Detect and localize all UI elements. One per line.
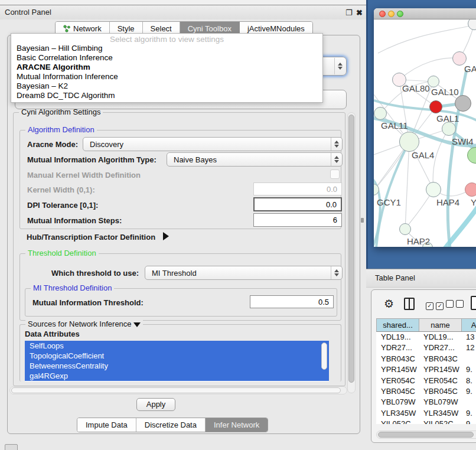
network-node[interactable] — [399, 132, 419, 152]
node-label: HAP4 — [436, 197, 459, 207]
mi-algorithm-type-combobox[interactable]: Naive Bayes — [167, 152, 343, 167]
table-row[interactable]: YER054CYER054C8. — [376, 376, 476, 386]
table-horizontal-scrollbar[interactable] — [376, 431, 476, 439]
attribute-item[interactable]: BetweennessCentrality — [25, 361, 329, 371]
data-attributes-list[interactable]: SelfLoops TopologicalCoefficient Between… — [25, 341, 329, 381]
manual-kernel-width-checkbox[interactable] — [330, 169, 340, 179]
deselect-all-checkboxes-icon[interactable] — [446, 299, 464, 310]
float-window-icon[interactable]: ❐ — [345, 8, 353, 17]
aracne-mode-label: Aracne Mode: — [27, 140, 78, 149]
gear-icon[interactable]: ⚙ — [384, 297, 394, 311]
dpi-tolerance-field[interactable]: 0.0 — [253, 197, 342, 211]
aracne-mode-combobox[interactable]: Discovery — [83, 137, 343, 151]
mi-algorithm-type-label: Mutual Information Algorithm Type: — [27, 155, 157, 164]
which-threshold-value: MI Threshold — [145, 269, 331, 278]
node-label: GAL — [464, 64, 476, 74]
algorithm-dropdown-popup: Select algorithm to view settings Bayesi… — [11, 33, 323, 103]
tab-infer-network[interactable]: Infer Network — [206, 418, 268, 432]
tab-impute-data-label: Impute Data — [86, 420, 128, 429]
combo-stepper-icon — [331, 266, 342, 279]
column-header-shared-name[interactable]: shared... — [377, 319, 419, 331]
node-label: GAL4 — [412, 150, 434, 160]
network-node[interactable] — [399, 223, 411, 235]
tab-discretize-data-label: Discretize Data — [145, 420, 197, 429]
dropdown-item[interactable]: Bayesian – Hill Climbing — [11, 44, 322, 53]
cyni-algorithm-settings-group: Cyni Algorithm Settings Algorithm Defini… — [13, 112, 345, 386]
mi-threshold-definition-group: MI Threshold Definition Mutual Informati… — [25, 288, 337, 317]
hub-definition-label[interactable]: Hub/Transcription Factor Definition — [27, 233, 155, 242]
attribute-item[interactable]: TopologicalCoefficient — [25, 351, 329, 361]
mi-algorithm-type-value: Naive Bayes — [167, 155, 331, 164]
dropdown-item[interactable]: Basic Correlation Inference — [11, 53, 322, 63]
panel-divider-handle[interactable] — [361, 218, 364, 223]
table-panel-title: Table Panel — [375, 273, 415, 282]
dropdown-item[interactable]: Dream8 DC_TDC Algorithm — [11, 91, 322, 100]
settings-horizontal-scrollbar[interactable] — [9, 386, 347, 394]
table-row[interactable]: YBR045CYBR045C9. — [376, 386, 476, 397]
apply-button[interactable]: Apply — [136, 398, 175, 411]
kernel-width-label: Kernel Width (0,1): — [27, 185, 95, 194]
tab-cyni-toolbox-label: Cyni Toolbox — [188, 24, 232, 33]
network-node[interactable] — [465, 182, 476, 197]
column-view-icon[interactable] — [404, 298, 415, 310]
node-label: HAP2 — [407, 236, 430, 246]
close-window-icon[interactable]: ✖ — [356, 8, 363, 17]
kernel-width-field[interactable]: 0.0 — [253, 182, 342, 195]
dropdown-item[interactable]: Bayesian – K2 — [11, 81, 322, 91]
node-label: GCY1 — [377, 197, 401, 207]
node-label: SWI4 — [452, 136, 474, 146]
data-attributes-label: Data Attributes — [25, 330, 80, 338]
table-hscroll-thumb[interactable] — [378, 432, 474, 438]
close-traffic-light-icon[interactable] — [379, 11, 386, 17]
column-header-partial[interactable]: A — [462, 319, 476, 331]
column-header-name[interactable]: name — [419, 319, 462, 331]
minimize-traffic-light-icon[interactable] — [388, 11, 395, 17]
tab-network-label: Network — [73, 24, 102, 33]
mi-threshold-field[interactable]: 0.5 — [250, 295, 334, 308]
mi-threshold-label: Mutual Information Threshold: — [32, 298, 144, 307]
tab-discretize-data[interactable]: Discretize Data — [136, 418, 206, 432]
network-node-selected[interactable] — [429, 100, 442, 113]
table-row[interactable]: YBL079WYBL079W — [376, 397, 476, 407]
settings-hscroll-thumb[interactable] — [11, 387, 341, 393]
table-panel-body: ⚙ ✓ ✓ shared... name A YDL19...YDL19...1… — [371, 289, 476, 443]
settings-vertical-scrollbar[interactable] — [347, 112, 356, 393]
new-document-icon[interactable] — [471, 296, 476, 310]
table-row[interactable]: YBR043CYBR043C — [376, 354, 476, 364]
combo-stepper-icon — [331, 138, 342, 151]
tab-style-label: Style — [118, 24, 135, 33]
table-panel-titlebar: Table Panel — [366, 269, 476, 288]
network-canvas[interactable]: GAL GAL80 GAL10 GAL1 GAL11 SWI4 GAL4 GCY… — [374, 19, 476, 247]
list-scrollbar-thumb[interactable] — [321, 343, 327, 370]
bottom-tabbar: Impute Data Discretize Data Infer Networ… — [77, 418, 268, 432]
attribute-item[interactable]: SelfLoops — [25, 341, 329, 351]
network-node[interactable] — [374, 107, 387, 120]
network-node[interactable] — [426, 182, 441, 197]
network-node[interactable] — [455, 95, 471, 112]
minimized-panel-icon[interactable] — [5, 444, 18, 450]
collapse-arrow-icon[interactable] — [133, 322, 141, 327]
mi-steps-field[interactable]: 6 — [253, 213, 342, 227]
table-row[interactable]: YDR27...YDR27...12 — [376, 343, 476, 353]
attribute-item[interactable]: gal4RGexp — [25, 371, 329, 381]
control-panel-title: Control Panel — [5, 8, 51, 17]
table-row[interactable]: YLR345WYLR345W9. — [376, 408, 476, 419]
tab-infer-network-label: Infer Network — [214, 420, 259, 429]
network-window-titlebar[interactable] — [374, 8, 476, 19]
table-row[interactable]: YPR145WYPR145W9. — [376, 364, 476, 375]
which-threshold-combobox[interactable]: MI Threshold — [145, 266, 343, 280]
table-row[interactable]: YIL052CYIL052C9 — [376, 419, 476, 424]
select-all-checkboxes-icon[interactable]: ✓ ✓ — [426, 299, 444, 310]
table-row[interactable]: YDL19...YDL19...13 — [376, 332, 476, 343]
threshold-definition-group: Threshold Definition Which threshold to … — [19, 253, 341, 321]
dropdown-item[interactable]: Mutual Information Inference — [11, 72, 322, 81]
tab-impute-data[interactable]: Impute Data — [77, 418, 136, 432]
dropdown-prompt: Select algorithm to view settings — [11, 35, 322, 44]
expand-arrow-icon[interactable] — [163, 232, 169, 240]
mi-steps-label: Mutual Information Steps: — [27, 216, 122, 225]
settings-vscroll-thumb[interactable] — [348, 115, 354, 383]
dropdown-item-highlighted[interactable]: ARACNE Algorithm — [11, 63, 322, 72]
zoom-traffic-light-icon[interactable] — [397, 11, 403, 17]
network-node[interactable] — [442, 122, 456, 136]
network-view-window[interactable]: GAL GAL80 GAL10 GAL1 GAL11 SWI4 GAL4 GCY… — [374, 8, 476, 247]
